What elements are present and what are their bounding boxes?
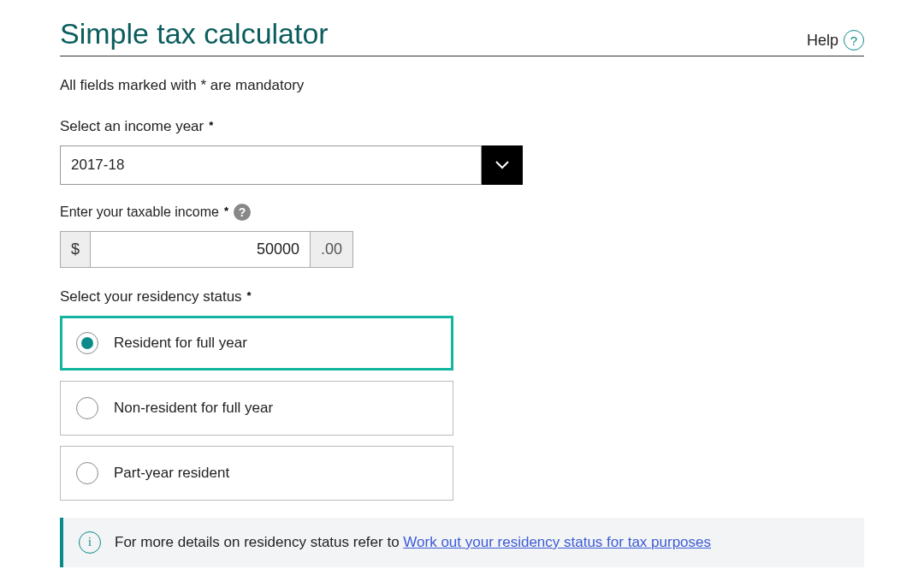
currency-suffix: .00 <box>311 231 353 268</box>
radio-non-resident-full-year[interactable]: Non-resident for full year <box>60 381 453 436</box>
income-year-label: Select an income year * <box>60 118 864 135</box>
help-label: Help <box>807 32 838 50</box>
income-year-select[interactable]: 2017-18 <box>60 145 523 185</box>
residency-info-link[interactable]: Work out your residency status for tax p… <box>403 534 711 550</box>
radio-label: Part-year resident <box>114 465 229 482</box>
help-icon[interactable]: ? <box>844 30 864 50</box>
radio-resident-full-year[interactable]: Resident for full year <box>60 316 453 371</box>
residency-label-text: Select your residency status <box>60 288 242 305</box>
radio-circle-icon <box>76 462 98 484</box>
currency-prefix: $ <box>60 231 91 268</box>
chevron-down-icon[interactable] <box>482 145 523 185</box>
info-banner-text: For more details on residency status ref… <box>115 534 711 551</box>
radio-circle-icon <box>76 397 98 419</box>
radio-part-year-resident[interactable]: Part-year resident <box>60 446 453 501</box>
page-title: Simple tax calculator <box>60 17 329 50</box>
residency-label: Select your residency status * <box>60 288 864 305</box>
radio-circle-icon <box>76 332 98 354</box>
banner-text-prefix: For more details on residency status ref… <box>115 534 403 550</box>
taxable-income-label-row: Enter your taxable income * ? <box>60 204 864 221</box>
info-icon[interactable]: ? <box>234 204 251 221</box>
radio-label: Non-resident for full year <box>114 400 273 417</box>
income-year-label-text: Select an income year <box>60 118 204 135</box>
taxable-income-label-text: Enter your taxable income <box>60 205 219 220</box>
help-group[interactable]: Help ? <box>807 30 864 50</box>
info-banner-icon: i <box>79 531 101 554</box>
radio-label: Resident for full year <box>114 335 247 352</box>
info-banner: i For more details on residency status r… <box>60 518 864 567</box>
header-row: Simple tax calculator Help ? <box>60 17 864 56</box>
taxable-income-input[interactable] <box>91 231 311 268</box>
residency-radio-group: Resident for full year Non-resident for … <box>60 316 453 501</box>
required-asterisk: * <box>247 289 252 302</box>
income-year-value[interactable]: 2017-18 <box>60 145 482 185</box>
mandatory-note: All fields marked with * are mandatory <box>60 77 864 94</box>
radio-dot-icon <box>81 337 93 349</box>
required-asterisk: * <box>224 205 228 217</box>
required-asterisk: * <box>209 119 213 132</box>
taxable-income-field: $ .00 <box>60 231 313 268</box>
